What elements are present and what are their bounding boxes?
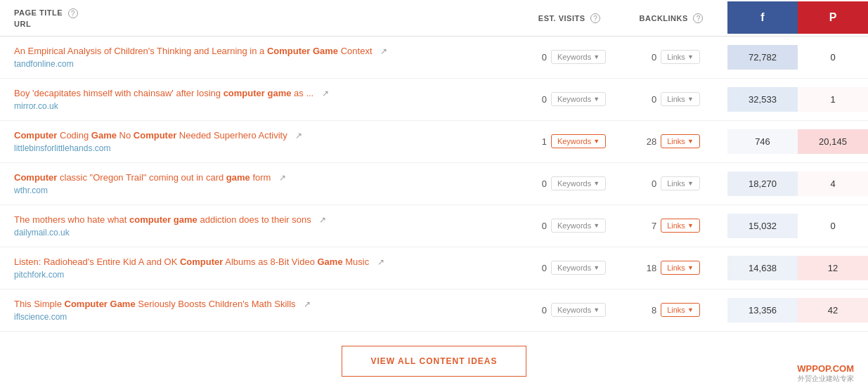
external-link-icon[interactable]: ↗ bbox=[377, 257, 389, 268]
keywords-arrow-icon: ▼ bbox=[593, 138, 600, 145]
keywords-arrow-icon: ▼ bbox=[593, 222, 600, 229]
external-link-icon[interactable]: ↗ bbox=[319, 215, 330, 226]
row-facebook-cell: 32,533 bbox=[727, 87, 798, 112]
page-url-link[interactable]: iflscience.com bbox=[14, 312, 67, 322]
page-url-link[interactable]: pitchfork.com bbox=[14, 270, 64, 280]
links-dropdown[interactable]: Links ▼ bbox=[661, 219, 700, 233]
facebook-count: 14,638 bbox=[749, 263, 777, 273]
row-pinterest-cell: 20,145 bbox=[798, 129, 868, 154]
facebook-count: 32,533 bbox=[749, 94, 777, 105]
table-row: Boy 'decapitates himself with chainsaw' … bbox=[0, 79, 868, 121]
row-backlinks-cell: 8 Links ▼ bbox=[615, 303, 727, 317]
page-title-link[interactable]: Boy 'decapitates himself with chainsaw' … bbox=[14, 88, 313, 98]
keywords-dropdown[interactable]: Keywords ▼ bbox=[551, 219, 606, 233]
links-arrow-icon: ▼ bbox=[687, 180, 694, 187]
backlinks-count: 0 bbox=[642, 178, 656, 189]
pinterest-count: 20,145 bbox=[819, 136, 847, 147]
row-facebook-cell: 13,356 bbox=[727, 298, 798, 323]
row-page-cell: The mothers who hate what computer game … bbox=[14, 214, 524, 237]
page-url-link[interactable]: littlebinsforlittlehands.com bbox=[14, 143, 110, 153]
links-dropdown[interactable]: Links ▼ bbox=[661, 50, 700, 64]
page-title-link[interactable]: Listen: Radiohead's Entire Kid A and OK … bbox=[14, 256, 369, 267]
backlinks-count: 7 bbox=[642, 221, 656, 231]
pinterest-count: 42 bbox=[828, 305, 838, 316]
backlinks-help-icon[interactable]: ? bbox=[693, 13, 703, 23]
links-arrow-icon: ▼ bbox=[687, 264, 694, 271]
row-facebook-cell: 15,032 bbox=[727, 214, 798, 238]
facebook-count: 13,356 bbox=[749, 305, 777, 316]
table-row: Computer Coding Game No Computer Needed … bbox=[0, 121, 868, 163]
row-backlinks-cell: 0 Links ▼ bbox=[615, 92, 727, 106]
visits-count: 0 bbox=[533, 305, 547, 316]
keywords-dropdown[interactable]: Keywords ▼ bbox=[551, 176, 606, 190]
row-pinterest-cell: 42 bbox=[798, 298, 868, 323]
backlinks-count: 0 bbox=[642, 94, 656, 105]
links-dropdown[interactable]: Links ▼ bbox=[661, 303, 700, 317]
links-arrow-icon: ▼ bbox=[687, 222, 694, 229]
links-arrow-icon: ▼ bbox=[687, 138, 694, 145]
backlinks-count: 18 bbox=[642, 263, 656, 273]
rows-container: An Empirical Analysis of Children's Thin… bbox=[0, 37, 868, 332]
keywords-dropdown[interactable]: Keywords ▼ bbox=[551, 303, 606, 317]
keywords-dropdown[interactable]: Keywords ▼ bbox=[551, 50, 606, 64]
page-title-link[interactable]: Computer classic "Oregon Trail" coming o… bbox=[14, 172, 271, 183]
visits-count: 0 bbox=[533, 94, 547, 105]
page-url-link[interactable]: wthr.com bbox=[14, 186, 48, 195]
external-link-icon[interactable]: ↗ bbox=[304, 299, 315, 311]
est-visits-col-header: EST. VISITS ? bbox=[524, 13, 615, 24]
row-backlinks-cell: 28 Links ▼ bbox=[615, 134, 727, 148]
view-all-button[interactable]: VIEW ALL CONTENT IDEAS bbox=[342, 346, 526, 377]
page-title-col-header: PAGE TITLE ? URL bbox=[14, 7, 524, 29]
page-url-link[interactable]: tandfonline.com bbox=[14, 59, 74, 69]
visits-count: 0 bbox=[533, 263, 547, 273]
page-title-link[interactable]: An Empirical Analysis of Children's Thin… bbox=[14, 46, 373, 56]
table-header: PAGE TITLE ? URL EST. VISITS ? BACKLINKS… bbox=[0, 0, 868, 37]
visits-count: 0 bbox=[533, 178, 547, 189]
page-title-link[interactable]: This Simple Computer Game Seriously Boos… bbox=[14, 299, 296, 309]
table-row: An Empirical Analysis of Children's Thin… bbox=[0, 37, 868, 79]
visits-count: 0 bbox=[533, 52, 547, 63]
row-pinterest-cell: 0 bbox=[798, 45, 868, 70]
backlinks-count: 8 bbox=[642, 305, 656, 316]
row-visits-cell: 0 Keywords ▼ bbox=[524, 50, 615, 64]
external-link-icon[interactable]: ↗ bbox=[279, 173, 290, 184]
links-dropdown[interactable]: Links ▼ bbox=[661, 261, 700, 275]
page-url-link[interactable]: dailymail.co.uk bbox=[14, 228, 70, 238]
row-pinterest-cell: 0 bbox=[798, 214, 868, 238]
keywords-dropdown[interactable]: Keywords ▼ bbox=[551, 261, 606, 275]
external-link-icon[interactable]: ↗ bbox=[322, 89, 333, 100]
facebook-icon: f bbox=[760, 11, 764, 23]
pinterest-count: 4 bbox=[830, 178, 835, 189]
row-page-cell: Computer classic "Oregon Trail" coming o… bbox=[14, 171, 524, 195]
table-row: The mothers who hate what computer game … bbox=[0, 205, 868, 247]
row-pinterest-cell: 4 bbox=[798, 171, 868, 196]
page-url-link[interactable]: mirror.co.uk bbox=[14, 101, 58, 111]
keywords-arrow-icon: ▼ bbox=[593, 180, 600, 187]
pinterest-col-header: P bbox=[798, 1, 868, 34]
keywords-dropdown[interactable]: Keywords ▼ bbox=[551, 134, 606, 148]
row-backlinks-cell: 0 Links ▼ bbox=[615, 50, 727, 64]
links-dropdown[interactable]: Links ▼ bbox=[661, 176, 700, 190]
external-link-icon[interactable]: ↗ bbox=[380, 46, 391, 58]
row-visits-cell: 0 Keywords ▼ bbox=[524, 219, 615, 233]
wppop-line2: 外贸企业建站专家 bbox=[797, 374, 854, 384]
row-facebook-cell: 746 bbox=[727, 129, 798, 154]
est-visits-help-icon[interactable]: ? bbox=[590, 13, 600, 23]
content-ideas-table: PAGE TITLE ? URL EST. VISITS ? BACKLINKS… bbox=[0, 0, 868, 390]
keywords-dropdown[interactable]: Keywords ▼ bbox=[551, 92, 606, 106]
row-page-cell: An Empirical Analysis of Children's Thin… bbox=[14, 45, 524, 68]
page-title-link[interactable]: Computer Coding Game No Computer Needed … bbox=[14, 130, 287, 141]
external-link-icon[interactable]: ↗ bbox=[295, 131, 306, 142]
facebook-count: 72,782 bbox=[749, 52, 777, 63]
links-arrow-icon: ▼ bbox=[687, 53, 694, 60]
page-title-link[interactable]: The mothers who hate what computer game … bbox=[14, 214, 311, 225]
facebook-count: 746 bbox=[755, 136, 770, 147]
row-page-cell: Computer Coding Game No Computer Needed … bbox=[14, 129, 524, 152]
links-dropdown[interactable]: Links ▼ bbox=[661, 92, 700, 106]
row-facebook-cell: 72,782 bbox=[727, 45, 798, 70]
page-title-label: PAGE TITLE bbox=[14, 8, 63, 17]
page-title-help-icon[interactable]: ? bbox=[68, 8, 78, 18]
links-arrow-icon: ▼ bbox=[687, 306, 694, 313]
links-dropdown[interactable]: Links ▼ bbox=[661, 134, 700, 148]
links-arrow-icon: ▼ bbox=[687, 96, 694, 103]
